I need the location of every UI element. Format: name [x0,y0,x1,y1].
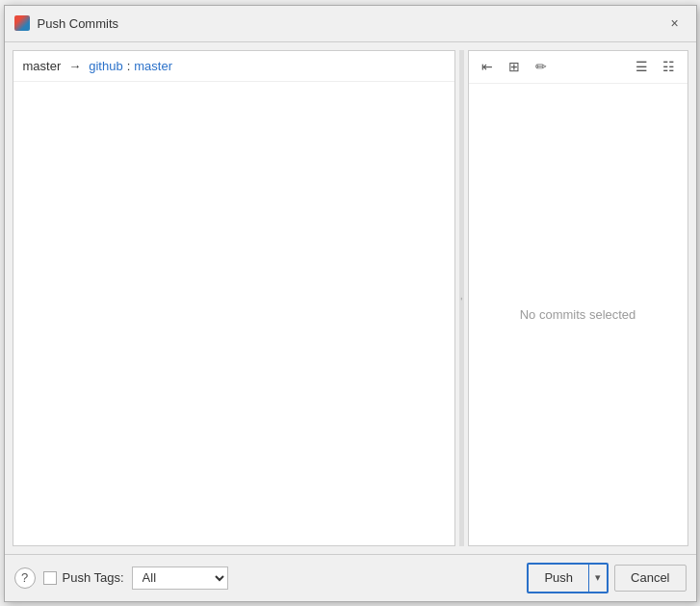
content-area: master → github : master ··· ⇤ ⊞ [5,42,696,554]
remote-link[interactable]: github [89,59,122,73]
edit-icon: ✏ [535,59,547,74]
chevron-down-icon: ▾ [595,571,601,584]
branch-header: master → github : master [13,51,454,82]
push-tags-group: Push Tags: [43,570,124,585]
title-bar-left: Push Commits [14,15,119,31]
commit-detail-panel: ⇤ ⊞ ✏ ☰ ☷ No commits selected [468,50,688,546]
back-button[interactable]: ⇤ [475,54,500,79]
commits-list-panel: master → github : master [13,50,455,546]
remote-branch-name[interactable]: master [134,59,172,73]
action-buttons: Push ▾ Cancel [527,563,686,593]
grid-icon: ⊞ [508,59,520,74]
edit-button[interactable]: ✏ [529,54,554,79]
close-button[interactable]: × [663,12,687,35]
branch-separator: : [127,59,131,73]
cancel-button[interactable]: Cancel [614,565,686,592]
branch-arrow: → [68,59,81,73]
push-commits-dialog: Push Commits × master → github : master … [4,5,697,602]
commit-detail-area: No commits selected [469,84,687,545]
tags-dropdown[interactable]: All Annotated None [132,566,228,590]
no-commits-message: No commits selected [520,307,636,322]
help-button[interactable]: ? [14,567,36,589]
dialog-title: Push Commits [38,16,119,31]
commit-list[interactable] [13,82,454,545]
align-left-icon: ☰ [635,59,648,74]
push-tags-checkbox[interactable] [43,571,57,585]
right-toolbar: ⇤ ⊞ ✏ ☰ ☷ [469,51,687,84]
bottom-bar: ? Push Tags: All Annotated None Push ▾ C… [5,554,696,601]
app-icon [14,15,30,31]
align-left-button[interactable]: ☰ [630,54,655,79]
push-tags-label: Push Tags: [63,570,124,585]
align-right-icon: ☷ [662,59,675,74]
push-dropdown-button[interactable]: ▾ [588,565,607,592]
grid-view-button[interactable]: ⊞ [502,54,527,79]
back-icon: ⇤ [481,59,493,74]
push-button[interactable]: Push [529,565,588,592]
align-right-button[interactable]: ☷ [657,54,682,79]
resizer-handle: ··· [456,297,467,299]
title-bar: Push Commits × [5,6,696,42]
panel-resizer[interactable]: ··· [459,50,464,546]
local-branch-name: master [23,59,62,73]
push-button-group: Push ▾ [527,563,609,593]
